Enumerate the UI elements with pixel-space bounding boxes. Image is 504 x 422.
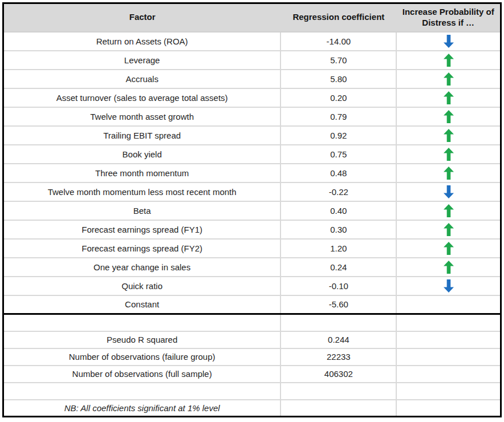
coefficient-cell: 0.92 — [281, 126, 396, 145]
direction-cell — [396, 145, 501, 164]
factor-cell: Number of observations (full sample) — [3, 366, 281, 383]
table-row: Pseudo R squared0.244 — [3, 331, 501, 348]
factor-cell: Trailing EBIT spread — [3, 126, 281, 145]
direction-cell — [396, 277, 501, 295]
table-row: Book yield0.75 — [3, 145, 501, 164]
table-row: Forecast earnings spread (FY1)0.30 — [3, 220, 501, 239]
up-arrow-icon — [444, 242, 454, 255]
direction-cell — [396, 126, 501, 145]
table-row: Trailing EBIT spread0.92 — [3, 126, 501, 145]
direction-cell — [396, 383, 501, 400]
table-row: Return on Assets (ROA)-14.00 — [3, 32, 501, 51]
table-body: Return on Assets (ROA)-14.00Leverage5.70… — [3, 32, 501, 417]
factor-cell: Constant — [3, 295, 281, 314]
factor-cell: Beta — [3, 201, 281, 220]
factor-cell: Forecast earnings spread (FY2) — [3, 239, 281, 258]
blank-row — [3, 383, 501, 400]
up-arrow-icon — [444, 204, 454, 217]
coefficient-cell — [281, 400, 396, 417]
direction-cell — [396, 201, 501, 220]
table-row: NB: All coefficients significant at 1% l… — [3, 400, 501, 417]
coefficient-cell — [281, 383, 396, 400]
direction-cell — [396, 331, 501, 348]
coefficient-cell: 0.79 — [281, 107, 396, 126]
header-row: Factor Regression coefficient Increase P… — [3, 3, 501, 32]
table-row: Quick ratio-0.10 — [3, 277, 501, 295]
table-row: Leverage5.70 — [3, 51, 501, 70]
factor-cell: Forecast earnings spread (FY1) — [3, 220, 281, 239]
table-row: Twelve month momentum less most recent m… — [3, 182, 501, 201]
up-arrow-icon — [444, 261, 454, 274]
up-arrow-icon — [444, 72, 454, 86]
factor-cell — [3, 383, 281, 400]
table-row: Forecast earnings spread (FY2)1.20 — [3, 239, 501, 258]
table-row: One year change in sales0.24 — [3, 258, 501, 277]
direction-cell — [396, 164, 501, 182]
header-factor: Factor — [3, 3, 281, 32]
direction-cell — [396, 32, 501, 51]
up-arrow-icon — [444, 167, 454, 180]
coefficient-cell: 0.244 — [281, 331, 396, 348]
coefficient-cell: 0.30 — [281, 220, 396, 239]
up-arrow-icon — [444, 148, 454, 161]
table-row: Beta0.40 — [3, 201, 501, 220]
coefficient-cell: -5.60 — [281, 295, 396, 314]
up-arrow-icon — [444, 129, 454, 142]
coefficient-cell: 0.48 — [281, 164, 396, 182]
factor-cell: Accruals — [3, 70, 281, 88]
direction-cell — [396, 70, 501, 88]
coefficient-cell: 0.24 — [281, 258, 396, 277]
factor-cell — [3, 314, 281, 331]
blank-row — [3, 314, 501, 331]
direction-cell — [396, 258, 501, 277]
regression-table-container: Factor Regression coefficient Increase P… — [0, 0, 504, 420]
coefficient-cell: -14.00 — [281, 32, 396, 51]
factor-cell: Asset turnover (sales to average total a… — [3, 88, 281, 107]
table-row: Number of observations (failure group)22… — [3, 348, 501, 366]
factor-cell: Book yield — [3, 145, 281, 164]
direction-cell — [396, 400, 501, 417]
factor-cell: One year change in sales — [3, 258, 281, 277]
direction-cell — [396, 295, 501, 314]
down-arrow-icon — [444, 185, 454, 198]
table-row: Constant-5.60 — [3, 295, 501, 314]
coefficient-cell: 22233 — [281, 348, 396, 366]
up-arrow-icon — [444, 223, 454, 236]
table-row: Number of observations (full sample)4063… — [3, 366, 501, 383]
coefficient-cell: 5.70 — [281, 51, 396, 70]
coefficient-cell — [281, 314, 396, 331]
factor-cell: Return on Assets (ROA) — [3, 32, 281, 51]
up-arrow-icon — [444, 110, 454, 123]
table-header: Factor Regression coefficient Increase P… — [3, 3, 501, 32]
direction-cell — [396, 88, 501, 107]
factor-cell: Number of observations (failure group) — [3, 348, 281, 366]
direction-cell — [396, 348, 501, 366]
table-row: Twelve month asset growth0.79 — [3, 107, 501, 126]
down-arrow-icon — [444, 279, 454, 293]
factor-cell: Twelve month asset growth — [3, 107, 281, 126]
up-arrow-icon — [444, 54, 454, 67]
factor-cell: Pseudo R squared — [3, 331, 281, 348]
direction-cell — [396, 107, 501, 126]
direction-cell — [396, 239, 501, 258]
up-arrow-icon — [444, 91, 454, 104]
direction-cell — [396, 220, 501, 239]
factor-cell: Quick ratio — [3, 277, 281, 295]
coefficient-cell: 1.20 — [281, 239, 396, 258]
coefficient-cell: -0.22 — [281, 182, 396, 201]
direction-cell — [396, 51, 501, 70]
direction-cell — [396, 314, 501, 331]
down-arrow-icon — [444, 35, 454, 48]
coefficient-cell: 0.20 — [281, 88, 396, 107]
header-increase-probability: Increase Probability of Distress if … — [396, 3, 501, 32]
table-row: Accruals5.80 — [3, 70, 501, 88]
header-regression-coefficient: Regression coefficient — [281, 3, 396, 32]
coefficient-cell: 0.75 — [281, 145, 396, 164]
table-row: Asset turnover (sales to average total a… — [3, 88, 501, 107]
factor-cell: NB: All coefficients significant at 1% l… — [3, 400, 281, 417]
factor-cell: Leverage — [3, 51, 281, 70]
coefficient-cell: 5.80 — [281, 70, 396, 88]
regression-factors-table: Factor Regression coefficient Increase P… — [2, 2, 502, 417]
coefficient-cell: 0.40 — [281, 201, 396, 220]
table-row: Three month momentum0.48 — [3, 164, 501, 182]
